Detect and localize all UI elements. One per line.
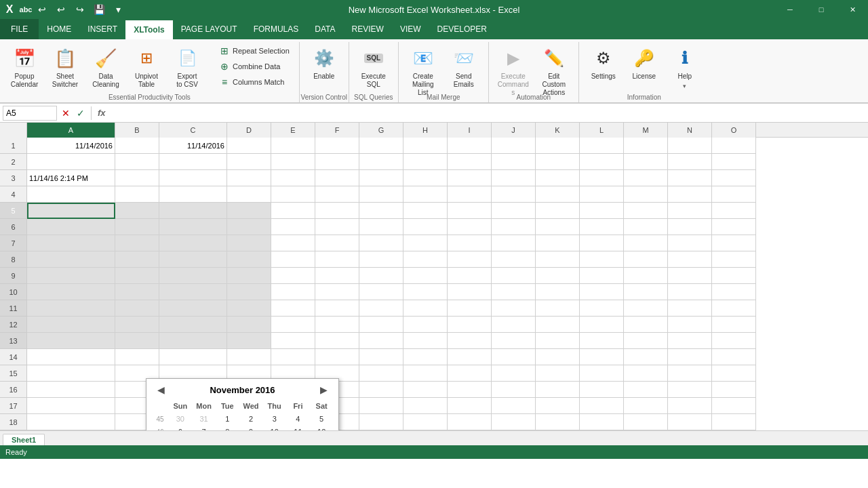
cell-m9[interactable] — [624, 268, 668, 284]
cell-g17[interactable] — [359, 398, 403, 414]
cell-a11[interactable] — [27, 300, 115, 317]
cell-c12[interactable] — [159, 317, 227, 333]
col-header-j[interactable]: J — [492, 123, 536, 138]
cell-k2[interactable] — [536, 154, 580, 170]
cell-h1[interactable] — [403, 138, 448, 154]
cell-f3[interactable] — [315, 170, 359, 186]
cell-a10[interactable] — [27, 284, 115, 300]
cell-d1[interactable] — [227, 138, 271, 154]
tab-formulas[interactable]: FORMULAS — [245, 19, 307, 39]
row-header-11[interactable]: 11 — [0, 300, 26, 317]
cell-e13[interactable] — [271, 333, 315, 349]
cell-e12[interactable] — [271, 317, 315, 333]
cell-j7[interactable] — [492, 235, 536, 251]
cell-c10[interactable] — [159, 284, 227, 300]
cell-e8[interactable] — [271, 251, 315, 268]
cell-d6[interactable] — [227, 219, 271, 235]
cell-reference-box[interactable]: A5 — [3, 106, 57, 121]
cell-h16[interactable] — [403, 382, 448, 398]
cell-m7[interactable] — [624, 235, 668, 251]
row-header-13[interactable]: 13 — [0, 333, 26, 349]
cell-i16[interactable] — [448, 382, 492, 398]
cell-h13[interactable] — [403, 333, 448, 349]
col-header-c[interactable]: C — [159, 123, 227, 138]
cell-k10[interactable] — [536, 284, 580, 300]
cell-b2[interactable] — [115, 154, 159, 170]
cell-i7[interactable] — [448, 235, 492, 251]
col-header-n[interactable]: N — [668, 123, 712, 138]
cell-i12[interactable] — [448, 317, 492, 333]
cell-c6[interactable] — [159, 219, 227, 235]
settings-button[interactable]: ⚙ Settings — [585, 43, 623, 88]
cell-h15[interactable] — [403, 365, 448, 382]
cell-o9[interactable] — [712, 268, 756, 284]
cell-i17[interactable] — [448, 398, 492, 414]
combine-data-button[interactable]: ⊕ Combine Data — [215, 59, 294, 74]
cell-l12[interactable] — [580, 317, 624, 333]
cell-j17[interactable] — [492, 398, 536, 414]
license-button[interactable]: 🔑 License — [625, 43, 663, 88]
cell-b12[interactable] — [115, 317, 159, 333]
cell-g2[interactable] — [359, 154, 403, 170]
row-header-3[interactable]: 3 — [0, 170, 26, 186]
cell-k3[interactable] — [536, 170, 580, 186]
cell-l1[interactable] — [580, 138, 624, 154]
cell-c13[interactable] — [159, 333, 227, 349]
sheet-switcher-button[interactable]: 📋 SheetSwitcher — [46, 43, 84, 90]
cell-c8[interactable] — [159, 251, 227, 268]
row-header-16[interactable]: 16 — [0, 382, 26, 398]
cell-k15[interactable] — [536, 365, 580, 382]
cell-f10[interactable] — [315, 284, 359, 300]
cell-f9[interactable] — [315, 268, 359, 284]
cell-o7[interactable] — [712, 235, 756, 251]
cal-day[interactable]: 9 — [239, 426, 262, 430]
col-header-e[interactable]: E — [271, 123, 315, 138]
cell-a9[interactable] — [27, 268, 115, 284]
cell-n3[interactable] — [668, 170, 712, 186]
row-header-14[interactable]: 14 — [0, 349, 26, 365]
undo-button[interactable]: ↩ — [34, 1, 50, 18]
tab-developer[interactable]: DEVELOPER — [429, 19, 495, 39]
cell-k17[interactable] — [536, 398, 580, 414]
cell-f2[interactable] — [315, 154, 359, 170]
col-header-m[interactable]: M — [624, 123, 668, 138]
cell-d10[interactable] — [227, 284, 271, 300]
cell-o4[interactable] — [712, 186, 756, 203]
tab-review[interactable]: REVIEW — [344, 19, 392, 39]
cal-day[interactable]: 11 — [287, 426, 310, 430]
help-button[interactable]: ℹ Help ▾ — [666, 43, 704, 91]
undo-button2[interactable]: ↩ — [53, 1, 69, 18]
cell-g7[interactable] — [359, 235, 403, 251]
save-button[interactable]: 💾 — [91, 1, 107, 18]
cell-h6[interactable] — [403, 219, 448, 235]
cell-l13[interactable] — [580, 333, 624, 349]
cell-l9[interactable] — [580, 268, 624, 284]
cal-day[interactable]: 8 — [216, 426, 239, 430]
cell-j14[interactable] — [492, 349, 536, 365]
cell-m17[interactable] — [624, 398, 668, 414]
cell-o12[interactable] — [712, 317, 756, 333]
cell-n6[interactable] — [668, 219, 712, 235]
row-header-4[interactable]: 4 — [0, 186, 26, 203]
cell-o14[interactable] — [712, 349, 756, 365]
cell-h7[interactable] — [403, 235, 448, 251]
cal-day[interactable]: 7 — [193, 426, 216, 430]
cell-l3[interactable] — [580, 170, 624, 186]
cell-a12[interactable] — [27, 317, 115, 333]
cell-l15[interactable] — [580, 365, 624, 382]
cell-l2[interactable] — [580, 154, 624, 170]
cell-b1[interactable] — [115, 138, 159, 154]
cell-g11[interactable] — [359, 300, 403, 317]
cell-g16[interactable] — [359, 382, 403, 398]
cell-e1[interactable] — [271, 138, 315, 154]
cell-m16[interactable] — [624, 382, 668, 398]
cal-day[interactable]: 12 — [310, 426, 333, 430]
cell-k11[interactable] — [536, 300, 580, 317]
cell-c1[interactable]: 11/14/2016 — [159, 138, 227, 154]
cell-n1[interactable] — [668, 138, 712, 154]
cell-k16[interactable] — [536, 382, 580, 398]
cell-o2[interactable] — [712, 154, 756, 170]
cell-m4[interactable] — [624, 186, 668, 203]
sheet-tab-sheet1[interactable]: Sheet1 — [3, 434, 45, 445]
cell-l10[interactable] — [580, 284, 624, 300]
